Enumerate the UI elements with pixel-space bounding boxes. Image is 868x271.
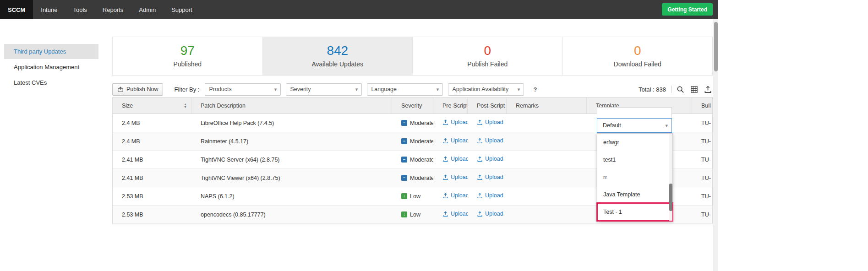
stat-card[interactable]: 842 Available Updates	[263, 37, 413, 75]
upload-label: Upload	[485, 119, 503, 125]
updates-table: Size ▲▼ Patch Description Severity Pre-S…	[112, 97, 713, 224]
cell-description: Rainmeter (4.5.17)	[191, 138, 392, 145]
pre-script-upload-link[interactable]: Upload	[442, 192, 468, 199]
template-dropdown-list: erfwgr test1 rr Java Template Test - 1	[597, 133, 673, 221]
cell-bulletin: TU-	[692, 157, 713, 163]
sidebar-item[interactable]: Latest CVEs	[4, 75, 98, 90]
post-script-upload-link[interactable]: Upload	[477, 119, 503, 125]
post-script-upload-link[interactable]: Upload	[477, 192, 503, 199]
post-script-upload-link[interactable]: Upload	[477, 156, 503, 162]
upload-icon	[477, 138, 483, 144]
sidebar-item[interactable]: Application Management	[4, 60, 98, 75]
pre-script-upload-link[interactable]: Upload	[442, 156, 468, 162]
severity-label: Moderate	[410, 157, 433, 163]
cell-pre-script: Upload	[433, 137, 468, 145]
severity-icon: ↓	[401, 193, 407, 199]
chevron-down-icon: ▾	[355, 87, 358, 92]
sidebar-item[interactable]: Third party Updates	[4, 44, 98, 59]
upload-icon	[442, 119, 448, 125]
filter-language-select[interactable]: Language ▾	[367, 83, 443, 96]
sort-icon[interactable]: ▲▼	[184, 98, 187, 114]
template-dropdown-option[interactable]: Java Template	[597, 186, 672, 203]
upload-label: Upload	[485, 192, 503, 199]
post-script-upload-link[interactable]: Upload	[477, 137, 503, 144]
chevron-down-icon: ▾	[518, 87, 520, 92]
nav-item[interactable]: Reports	[95, 0, 131, 19]
getting-started-button[interactable]: Getting Started	[662, 3, 713, 16]
upload-label: Upload	[451, 211, 468, 217]
stat-value: 842	[327, 44, 348, 57]
cell-pre-script: Upload	[433, 119, 468, 127]
column-grid-icon[interactable]	[690, 85, 699, 94]
template-dropdown-option[interactable]: Test - 1	[597, 203, 672, 221]
template-dropdown-option[interactable]: test1	[597, 151, 672, 168]
total-count-label: Total : 838	[639, 86, 666, 93]
upload-label: Upload	[451, 119, 468, 125]
nav-item[interactable]: Support	[164, 0, 200, 19]
filter-application-availability-select[interactable]: Application Availability ▾	[448, 83, 524, 96]
help-icon[interactable]: ?	[531, 85, 539, 93]
cell-bulletin: TU-	[692, 120, 713, 126]
publish-now-button[interactable]: Publish Now	[112, 83, 163, 96]
cell-post-script: Upload	[468, 174, 507, 182]
pre-script-upload-link[interactable]: Upload	[442, 137, 468, 144]
filter-products-select[interactable]: Products ▾	[205, 83, 281, 96]
severity-icon: −	[401, 175, 407, 181]
page-scrollbar-thumb[interactable]	[714, 22, 718, 71]
template-dropdown-option[interactable]: rr	[597, 168, 672, 186]
nav-item[interactable]: SCCM	[0, 0, 33, 19]
severity-label: Low	[410, 211, 420, 218]
column-header-pre-script: Pre-Script	[433, 98, 468, 114]
pre-script-upload-link[interactable]: Upload	[442, 174, 468, 180]
severity-label: Moderate	[410, 120, 433, 126]
upload-label: Upload	[451, 192, 468, 199]
dropdown-scrollbar-thumb[interactable]	[669, 184, 672, 211]
filter-severity-select[interactable]: Severity ▾	[286, 83, 362, 96]
chevron-down-icon: ▾	[274, 87, 277, 92]
filter-label: Language	[371, 86, 397, 92]
cell-size: 2.41 MB	[113, 157, 191, 163]
template-dropdown-option[interactable]: erfwgr	[597, 134, 672, 151]
column-header-remarks: Remarks	[507, 98, 587, 114]
filter-label: Severity	[290, 86, 311, 92]
page-scrollbar[interactable]	[713, 19, 718, 271]
severity-icon: −	[401, 120, 407, 126]
pre-script-upload-link[interactable]: Upload	[442, 211, 468, 217]
cell-pre-script: Upload	[433, 156, 468, 163]
stat-value: 0	[484, 44, 491, 57]
upload-icon	[477, 119, 483, 125]
template-select[interactable]: Default ▾	[597, 118, 672, 133]
column-header-post-script: Post-Script	[468, 98, 507, 114]
stat-card[interactable]: 0 Publish Failed	[413, 37, 563, 75]
search-icon[interactable]	[677, 85, 685, 94]
upload-label: Upload	[451, 174, 468, 180]
post-script-upload-link[interactable]: Upload	[477, 211, 503, 217]
cell-bulletin: TU-	[692, 211, 713, 218]
post-script-upload-link[interactable]: Upload	[477, 174, 503, 180]
severity-label: Low	[410, 193, 420, 200]
nav-item[interactable]: Tools	[65, 0, 94, 19]
stat-card[interactable]: 97 Published	[113, 37, 263, 75]
cell-severity: − Moderate	[392, 120, 433, 126]
cell-bulletin: TU-	[692, 175, 713, 181]
top-nav: SCCM Intune Tools Reports Admin Support …	[0, 0, 718, 19]
pre-script-upload-link[interactable]: Upload	[442, 119, 468, 125]
upload-icon	[442, 174, 448, 180]
column-header-description: Patch Description	[191, 98, 392, 114]
nav-item[interactable]: Intune	[33, 0, 65, 19]
nav-item[interactable]: Admin	[131, 0, 164, 19]
filter-label: Application Availability	[452, 86, 508, 92]
upload-label: Upload	[485, 156, 503, 162]
column-header-size[interactable]: Size ▲▼	[113, 98, 191, 114]
filter-label: Products	[209, 86, 231, 92]
cell-severity: ↓ Low	[392, 211, 433, 218]
cell-severity: − Moderate	[392, 175, 433, 181]
publish-now-label: Publish Now	[126, 86, 158, 92]
cell-description: LibreOffice Help Pack (7.4.5)	[191, 120, 392, 126]
stat-label: Download Failed	[614, 60, 661, 68]
export-icon[interactable]	[704, 85, 713, 94]
severity-icon: ↓	[401, 211, 407, 217]
cell-bulletin: TU-	[692, 193, 713, 200]
stat-card[interactable]: 0 Download Failed	[563, 37, 713, 75]
cell-post-script: Upload	[468, 156, 507, 163]
